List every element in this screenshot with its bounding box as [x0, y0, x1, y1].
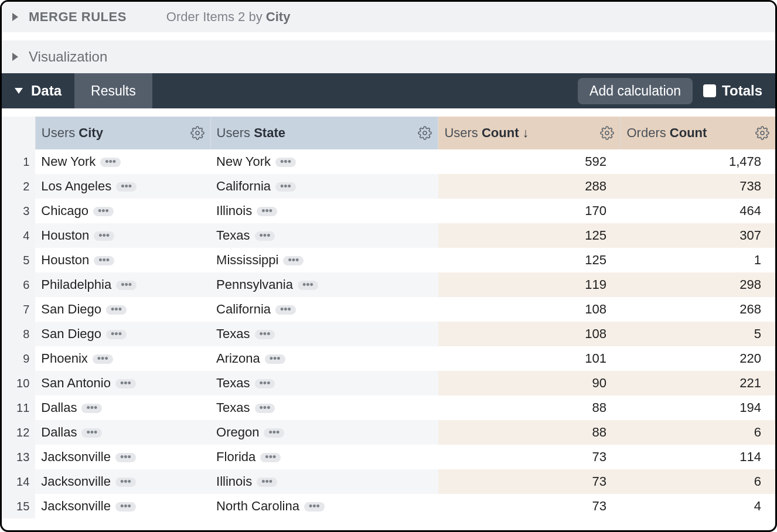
cell-orders-count[interactable]: 738 [621, 174, 775, 199]
cell-state[interactable]: Arizona••• [210, 346, 438, 371]
cell-city[interactable]: Dallas••• [35, 395, 210, 420]
cell-orders-count[interactable]: 221 [621, 371, 775, 395]
more-icon[interactable]: ••• [275, 305, 296, 315]
more-icon[interactable]: ••• [115, 379, 136, 388]
cell-city[interactable]: Chicago••• [35, 199, 210, 223]
more-icon[interactable]: ••• [106, 330, 127, 339]
cell-city[interactable]: Jacksonville••• [35, 469, 210, 494]
cell-orders-count[interactable]: 6 [621, 469, 775, 494]
more-icon[interactable]: ••• [115, 502, 136, 511]
cell-users-count[interactable]: 90 [438, 371, 621, 395]
add-calculation-button[interactable]: Add calculation [578, 78, 693, 104]
cell-users-count[interactable]: 73 [438, 469, 621, 494]
cell-orders-count[interactable]: 268 [621, 297, 775, 322]
more-icon[interactable]: ••• [106, 305, 127, 315]
cell-state[interactable]: Oregon••• [210, 420, 438, 445]
more-icon[interactable]: ••• [100, 158, 121, 167]
cell-city[interactable]: San Antonio••• [35, 371, 210, 395]
cell-users-count[interactable]: 108 [438, 297, 621, 322]
col-orders-count[interactable]: Orders Count [621, 117, 775, 149]
cell-state[interactable]: Illinois••• [210, 199, 438, 223]
more-icon[interactable]: ••• [255, 330, 275, 339]
cell-city[interactable]: Dallas••• [35, 420, 210, 445]
cell-state[interactable]: Texas••• [210, 322, 438, 346]
more-icon[interactable]: ••• [304, 502, 325, 511]
cell-orders-count[interactable]: 464 [621, 199, 775, 223]
cell-city[interactable]: Philadelphia••• [35, 272, 210, 297]
cell-state[interactable]: New York••• [210, 149, 438, 174]
tab-results[interactable]: Results [74, 73, 152, 108]
more-icon[interactable]: ••• [116, 281, 137, 290]
cell-city[interactable]: Houston••• [35, 223, 210, 248]
cell-users-count[interactable]: 170 [438, 199, 621, 223]
cell-users-count[interactable]: 592 [438, 149, 621, 174]
cell-users-count[interactable]: 101 [438, 346, 621, 371]
cell-users-count[interactable]: 125 [438, 223, 621, 248]
merge-rules-header[interactable]: MERGE RULES Order Items 2 by City [2, 2, 775, 32]
more-icon[interactable]: ••• [275, 158, 296, 167]
more-icon[interactable]: ••• [255, 404, 275, 413]
gear-icon[interactable] [755, 126, 769, 140]
cell-city[interactable]: Houston••• [35, 248, 210, 272]
cell-orders-count[interactable]: 298 [621, 272, 775, 297]
cell-users-count[interactable]: 73 [438, 494, 621, 519]
cell-city[interactable]: Jacksonville••• [35, 445, 210, 469]
more-icon[interactable]: ••• [255, 379, 275, 388]
cell-city[interactable]: Phoenix••• [35, 346, 210, 371]
cell-users-count[interactable]: 88 [438, 395, 621, 420]
more-icon[interactable]: ••• [116, 182, 137, 192]
cell-users-count[interactable]: 73 [438, 445, 621, 469]
cell-orders-count[interactable]: 4 [621, 494, 775, 519]
more-icon[interactable]: ••• [94, 231, 114, 241]
cell-state[interactable]: Texas••• [210, 223, 438, 248]
cell-orders-count[interactable]: 1,478 [621, 149, 775, 174]
cell-orders-count[interactable]: 6 [621, 420, 775, 445]
cell-users-count[interactable]: 119 [438, 272, 621, 297]
cell-city[interactable]: San Diego••• [35, 297, 210, 322]
more-icon[interactable]: ••• [115, 478, 136, 487]
cell-city[interactable]: Los Angeles••• [35, 174, 210, 199]
more-icon[interactable]: ••• [255, 231, 275, 241]
more-icon[interactable]: ••• [94, 256, 114, 265]
more-icon[interactable]: ••• [260, 453, 281, 462]
cell-state[interactable]: California••• [210, 174, 438, 199]
more-icon[interactable]: ••• [257, 478, 277, 487]
cell-users-count[interactable]: 125 [438, 248, 621, 272]
totals-toggle[interactable]: Totals [703, 83, 762, 99]
cell-orders-count[interactable]: 220 [621, 346, 775, 371]
cell-orders-count[interactable]: 114 [621, 445, 775, 469]
cell-state[interactable]: California••• [210, 297, 438, 322]
more-icon[interactable]: ••• [115, 453, 136, 462]
more-icon[interactable]: ••• [81, 428, 102, 438]
col-users-city[interactable]: Users City [35, 117, 210, 149]
more-icon[interactable]: ••• [264, 428, 284, 438]
col-users-state[interactable]: Users State [210, 117, 438, 149]
cell-orders-count[interactable]: 307 [621, 223, 775, 248]
more-icon[interactable]: ••• [283, 256, 304, 265]
gear-icon[interactable] [600, 126, 614, 140]
cell-state[interactable]: Florida••• [210, 445, 438, 469]
cell-state[interactable]: Mississippi••• [210, 248, 438, 272]
more-icon[interactable]: ••• [275, 182, 296, 192]
gear-icon[interactable] [418, 126, 432, 140]
more-icon[interactable]: ••• [81, 404, 102, 413]
gear-icon[interactable] [190, 126, 205, 140]
cell-orders-count[interactable]: 1 [621, 248, 775, 272]
cell-state[interactable]: North Carolina••• [210, 494, 438, 519]
more-icon[interactable]: ••• [93, 207, 114, 216]
cell-city[interactable]: New York••• [35, 149, 210, 174]
cell-orders-count[interactable]: 194 [621, 395, 775, 420]
more-icon[interactable]: ••• [93, 354, 113, 364]
more-icon[interactable]: ••• [257, 207, 277, 216]
cell-users-count[interactable]: 88 [438, 420, 621, 445]
cell-state[interactable]: Illinois••• [210, 469, 438, 494]
cell-users-count[interactable]: 108 [438, 322, 621, 346]
cell-city[interactable]: Jacksonville••• [35, 494, 210, 519]
cell-orders-count[interactable]: 5 [621, 322, 775, 346]
cell-state[interactable]: Texas••• [210, 395, 438, 420]
cell-users-count[interactable]: 288 [438, 174, 621, 199]
col-users-count[interactable]: Users Count↓ [438, 117, 621, 149]
cell-city[interactable]: San Diego••• [35, 322, 210, 346]
cell-state[interactable]: Texas••• [210, 371, 438, 395]
totals-checkbox[interactable] [703, 84, 716, 97]
